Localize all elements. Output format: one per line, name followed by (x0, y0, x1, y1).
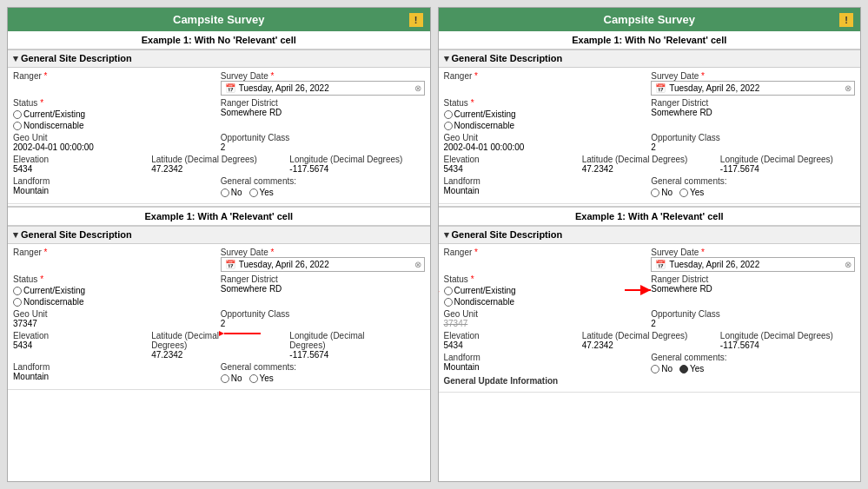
right2-surveydate-value: Tuesday, April 26, 2022 (669, 260, 759, 269)
right2-row-landform-comments: Landform Mountain General comments: No Y… (444, 353, 856, 373)
left-panel-alert-icon: ! (409, 13, 423, 27)
right2-general-update-col: General Update Information (444, 376, 856, 386)
left2-comments-no[interactable]: No (221, 373, 242, 383)
right-surveydate-field[interactable]: 📅 Tuesday, April 26, 2022 ⊗ (651, 81, 855, 96)
left2-row-landform-comments: Landform Mountain General comments: No Y… (13, 362, 425, 383)
right2-status-nondiscernable-radio[interactable] (444, 298, 453, 307)
left-section1-toggle[interactable]: ▾ (13, 53, 18, 63)
right-comments-yes[interactable]: Yes (679, 188, 704, 197)
right-panel-header: Campsite Survey ! (439, 8, 861, 31)
right-section1-fields: Ranger * Survey Date * 📅 Tuesday, April … (439, 68, 861, 204)
right-section1-toggle[interactable]: ▾ (444, 53, 449, 63)
right-comments-radio: No Yes (651, 188, 855, 197)
right-landform-value: Mountain (444, 186, 648, 195)
left2-comments-no-radio[interactable] (221, 374, 229, 383)
left2-status-current[interactable]: Current/Existing (13, 286, 85, 295)
left-geo-label: Geo Unit (13, 133, 217, 142)
left-section1-label: ▾General Site Description (8, 50, 430, 68)
right-geo-label: Geo Unit (444, 133, 648, 142)
left-comments-label: General comments: (221, 176, 425, 186)
left2-surveydate-field[interactable]: 📅 Tuesday, April 26, 2022 ⊗ (221, 257, 425, 272)
left-comments-no-radio[interactable] (221, 188, 229, 197)
right-section2-toggle[interactable]: ▾ (444, 229, 449, 240)
left-ranger-col: Ranger * (13, 71, 221, 81)
right-comments-no[interactable]: No (651, 188, 673, 197)
right-surveydate-label: Survey Date * (651, 71, 855, 81)
left-status-col: Status * Current/Existing Nondiscernable (13, 98, 221, 130)
right-opp-value: 2 (651, 142, 855, 152)
left-comments-yes-radio[interactable] (249, 188, 258, 197)
left-comments-no[interactable]: No (221, 188, 242, 197)
right2-status-required: * (471, 274, 474, 284)
right-section1-label: ▾General Site Description (439, 50, 861, 68)
right-comments-no-radio[interactable] (651, 188, 659, 197)
left-comments-yes[interactable]: Yes (249, 188, 274, 197)
right-status-radio2: Nondiscernable (444, 121, 648, 130)
left2-geo-value: 37347 (13, 319, 217, 328)
right2-status-current-radio[interactable] (444, 287, 453, 295)
left2-ranger-label: Ranger * (13, 248, 217, 257)
right2-status-current[interactable]: Current/Existing (444, 286, 516, 295)
right-status-nondiscernable[interactable]: Nondiscernable (444, 121, 515, 130)
right-row-landform-comments: Landform Mountain General comments: No Y… (444, 176, 856, 197)
left-district-value: Somewhere RD (221, 108, 425, 117)
right-panel-title: Campsite Survey (604, 13, 696, 26)
right2-lon-label: Longitude (Decimal Degrees) (720, 331, 855, 340)
right-comments-yes-radio[interactable] (679, 188, 688, 197)
right2-opp-value: 2 (651, 319, 855, 328)
left-panel-title: Campsite Survey (173, 13, 265, 26)
left-surveydate-field[interactable]: 📅 Tuesday, April 26, 2022 ⊗ (221, 81, 425, 96)
right-status-current[interactable]: Current/Existing (444, 109, 516, 119)
right2-status-nondiscernable[interactable]: Nondiscernable (444, 297, 515, 307)
right2-comments-no-radio[interactable] (651, 365, 659, 373)
right2-comments-yes[interactable]: Yes (679, 364, 704, 373)
left2-geo-col: Geo Unit 37347 (13, 309, 221, 328)
left-status-label: Status * (13, 98, 217, 108)
left-elev-label: Elevation (13, 155, 148, 164)
right-panel: Campsite Survey ! Example 1: With No 'Re… (438, 7, 862, 482)
left-section2-toggle[interactable]: ▾ (13, 229, 18, 240)
left2-calendar-icon: 📅 (225, 260, 235, 269)
left2-row-status-district: Status * Current/Existing Nondiscernable… (13, 274, 425, 307)
right2-comments-yes-radio[interactable] (679, 365, 688, 373)
left-status-current[interactable]: Current/Existing (13, 109, 85, 119)
left-status-nondiscernable-radio[interactable] (13, 122, 22, 130)
left2-status-nondiscernable-radio[interactable] (13, 298, 22, 307)
right-comments-label: General comments: (651, 176, 855, 186)
left2-comments-yes-radio[interactable] (249, 374, 258, 383)
left-district-col: Ranger District Somewhere RD (221, 98, 425, 117)
left-row-elev-lat-lon: Elevation 5434 Latitude (Decimal Degrees… (13, 155, 425, 174)
right2-ranger-required: * (474, 248, 478, 257)
right2-lon-col: Longitude (Decimal Degrees) -117.5674 (720, 331, 855, 350)
right-status-col: Status * Current/Existing Nondiscernable (444, 98, 652, 130)
left-lon-col: Longitude (Decimal Degrees) -117.5674 (289, 155, 424, 174)
left-status-nondiscernable[interactable]: Nondiscernable (13, 121, 84, 130)
right-opp-label: Opportunity Class (651, 133, 855, 142)
left-status-current-radio[interactable] (13, 110, 22, 119)
right2-comments-no[interactable]: No (651, 364, 673, 373)
right2-lat-value: 47.2342 (582, 340, 717, 350)
right2-surveydate-clear[interactable]: ⊗ (845, 260, 851, 269)
left-elev-col: Elevation 5434 (13, 155, 151, 174)
right-example1-title: Example 1: With No 'Relevant' cell (439, 31, 861, 50)
right-status-current-radio[interactable] (444, 110, 453, 119)
right-status-nondiscernable-radio[interactable] (444, 122, 453, 130)
left2-status-current-radio[interactable] (13, 287, 22, 295)
left2-landform-label: Landform (13, 362, 217, 372)
left-surveydate-clear[interactable]: ⊗ (414, 83, 421, 93)
right-lat-col: Latitude (Decimal Degrees) 47.2342 (582, 155, 720, 174)
right-district-col: Ranger District Somewhere RD (651, 98, 855, 117)
right2-elev-col: Elevation 5434 (444, 331, 582, 350)
left-ranger-required: * (44, 71, 48, 81)
left2-surveydate-clear[interactable]: ⊗ (414, 260, 421, 269)
left2-comments-yes[interactable]: Yes (249, 373, 274, 383)
right2-surveydate-required: * (701, 248, 705, 257)
right2-surveydate-label: Survey Date * (651, 248, 855, 257)
right2-status-label: Status * (444, 274, 648, 284)
left2-status-label: Status * (13, 274, 217, 284)
right2-lat-col: Latitude (Decimal Degrees) 47.2342 (582, 331, 720, 350)
right-surveydate-col: Survey Date * 📅 Tuesday, April 26, 2022 … (651, 71, 855, 96)
right2-surveydate-field[interactable]: 📅 Tuesday, April 26, 2022 ⊗ (651, 257, 855, 272)
right-surveydate-clear[interactable]: ⊗ (845, 83, 851, 93)
left2-status-nondiscernable[interactable]: Nondiscernable (13, 297, 84, 307)
